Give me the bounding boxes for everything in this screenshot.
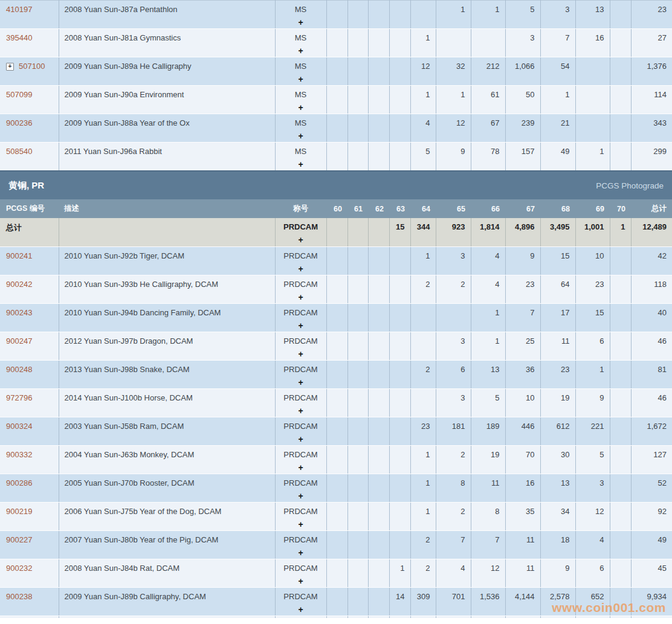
grade-67-cell: 5 bbox=[505, 1, 540, 29]
pcgs-number-cell: 900227 bbox=[0, 531, 59, 559]
pcgs-number-link[interactable]: 900248 bbox=[6, 365, 32, 374]
pcgs-number-link[interactable]: 900232 bbox=[6, 564, 32, 573]
coin-description: 2004 Yuan Sun-J63b Monkey, DCAM bbox=[59, 446, 275, 474]
grade-63-cell bbox=[389, 332, 410, 361]
pcgs-number-link[interactable]: 900286 bbox=[6, 478, 32, 487]
pcgs-number-link[interactable]: 507099 bbox=[6, 90, 32, 99]
grade-69-cell: 652 bbox=[575, 588, 610, 616]
header-grade-67: 67 bbox=[505, 199, 540, 218]
pcgs-number-link[interactable]: 410197 bbox=[6, 5, 32, 14]
grade-62-cell bbox=[368, 114, 389, 143]
grade-69-cell: 1 bbox=[575, 143, 610, 172]
plus-designation-link[interactable]: + bbox=[276, 378, 326, 387]
grade-61-cell bbox=[347, 474, 368, 503]
plus-designation-link[interactable]: + bbox=[276, 47, 326, 55]
grade-66-cell: 1 bbox=[471, 1, 505, 29]
plus-designation-link[interactable]: + bbox=[276, 18, 326, 27]
grade-68-cell: 18 bbox=[540, 531, 575, 559]
grade-65-cell: 9 bbox=[436, 143, 471, 172]
coin-description: 2008 Yuan Sun-J87a Pentathlon bbox=[59, 1, 275, 29]
coin-description: 2013 Yuan Sun-J98b Snake, DCAM bbox=[59, 361, 275, 389]
section-header-bar: 黄铜, PR PCGS Photograde bbox=[0, 171, 672, 199]
pcgs-number-link[interactable]: 508540 bbox=[6, 147, 32, 156]
grade-63-cell bbox=[389, 304, 410, 332]
grade-64-cell: 2 bbox=[410, 361, 436, 389]
grade-70-cell bbox=[610, 86, 631, 114]
grade-60-cell bbox=[326, 531, 347, 559]
total-cell: 92 bbox=[631, 503, 672, 531]
grade-70-cell bbox=[610, 29, 631, 57]
plus-designation-link[interactable]: + bbox=[276, 160, 326, 169]
plus-designation-link[interactable]: + bbox=[276, 577, 326, 585]
grade-70-cell: 1 bbox=[610, 218, 631, 247]
pcgs-number-link[interactable]: 900227 bbox=[6, 535, 32, 544]
photograde-link[interactable]: PCGS Photograde bbox=[596, 181, 664, 190]
grade-64-cell: 4 bbox=[410, 114, 436, 143]
grade-64-cell: 2 bbox=[410, 531, 436, 559]
plus-designation-link[interactable]: + bbox=[276, 236, 326, 244]
grade-60-cell bbox=[326, 275, 347, 304]
grade-61-cell bbox=[347, 247, 368, 275]
grade-60-cell bbox=[326, 57, 347, 86]
grade-70-cell bbox=[610, 417, 631, 446]
grade-67-cell: 50 bbox=[505, 86, 540, 114]
grade-64-cell: 23 bbox=[410, 417, 436, 446]
plus-designation-link[interactable]: + bbox=[276, 407, 326, 415]
designation-label: MS bbox=[276, 62, 326, 71]
plus-designation-link[interactable]: + bbox=[276, 435, 326, 443]
grade-69-cell: 4 bbox=[575, 531, 610, 559]
grade-68-cell: 19 bbox=[540, 389, 575, 417]
plus-designation-link[interactable]: + bbox=[276, 520, 326, 529]
table-row: 410197 2008 Yuan Sun-J87a Pentathlon MS … bbox=[0, 1, 672, 29]
pcgs-number-link[interactable]: 395440 bbox=[6, 33, 32, 42]
coin-description: 2007 Yuan Sun-J80b Year of the Pig, DCAM bbox=[59, 531, 275, 559]
designation-label: MS bbox=[276, 33, 326, 42]
grade-62-cell bbox=[368, 247, 389, 275]
pcgs-number-link[interactable]: 900247 bbox=[6, 336, 32, 346]
grade-66-cell: 1 bbox=[471, 332, 505, 361]
grade-66-cell: 13 bbox=[471, 361, 505, 389]
grade-68-cell: 30 bbox=[540, 446, 575, 474]
plus-designation-link[interactable]: + bbox=[276, 103, 326, 112]
pcgs-number-link[interactable]: 900243 bbox=[6, 308, 32, 317]
pcgs-number-link[interactable]: 900242 bbox=[6, 280, 32, 289]
plus-designation-link[interactable]: + bbox=[276, 605, 326, 614]
header-grade-62: 62 bbox=[368, 199, 389, 218]
designation-label: PRDCAM bbox=[276, 564, 326, 573]
pcgs-number-link[interactable]: 900324 bbox=[6, 422, 32, 431]
plus-designation-link[interactable]: + bbox=[276, 132, 326, 140]
grade-60-cell bbox=[326, 588, 347, 616]
grade-61-cell bbox=[347, 304, 368, 332]
plus-designation-link[interactable]: + bbox=[276, 75, 326, 83]
pcgs-number-link[interactable]: 507100 bbox=[19, 62, 45, 71]
expand-toggle-icon[interactable]: + bbox=[6, 63, 14, 71]
pcgs-number-link[interactable]: 900219 bbox=[6, 507, 32, 516]
pcgs-number-link[interactable]: 900238 bbox=[6, 592, 32, 601]
grade-62-cell bbox=[368, 332, 389, 361]
grade-69-cell: 9 bbox=[575, 389, 610, 417]
coin-description: 2009 Yuan Sun-J88a Year of the Ox bbox=[59, 114, 275, 143]
grade-62-cell bbox=[368, 559, 389, 588]
plus-designation-link[interactable]: + bbox=[276, 463, 326, 472]
designation-cell: PRDCAM + bbox=[275, 559, 326, 588]
plus-designation-link[interactable]: + bbox=[276, 321, 326, 330]
designation-label: MS bbox=[276, 5, 326, 14]
coin-description: 2003 Yuan Sun-J58b Ram, DCAM bbox=[59, 417, 275, 446]
grade-61-cell bbox=[347, 114, 368, 143]
pcgs-number-link[interactable]: 900236 bbox=[6, 118, 32, 127]
grade-62-cell bbox=[368, 417, 389, 446]
grade-68-cell: 612 bbox=[540, 417, 575, 446]
plus-designation-link[interactable]: + bbox=[276, 350, 326, 358]
grade-69-cell: 23 bbox=[575, 275, 610, 304]
total-row-description bbox=[59, 218, 275, 247]
plus-designation-link[interactable]: + bbox=[276, 293, 326, 301]
grade-65-cell: 2 bbox=[436, 275, 471, 304]
pcgs-number-link[interactable]: 972796 bbox=[6, 393, 32, 402]
plus-designation-link[interactable]: + bbox=[276, 492, 326, 500]
grade-69-cell bbox=[575, 57, 610, 86]
plus-designation-link[interactable]: + bbox=[276, 548, 326, 557]
pcgs-number-link[interactable]: 900241 bbox=[6, 251, 32, 260]
pcgs-number-link[interactable]: 900332 bbox=[6, 450, 32, 459]
plus-designation-link[interactable]: + bbox=[276, 265, 326, 273]
coin-description: 2010 Yuan Sun-J92b Tiger, DCAM bbox=[59, 247, 275, 275]
